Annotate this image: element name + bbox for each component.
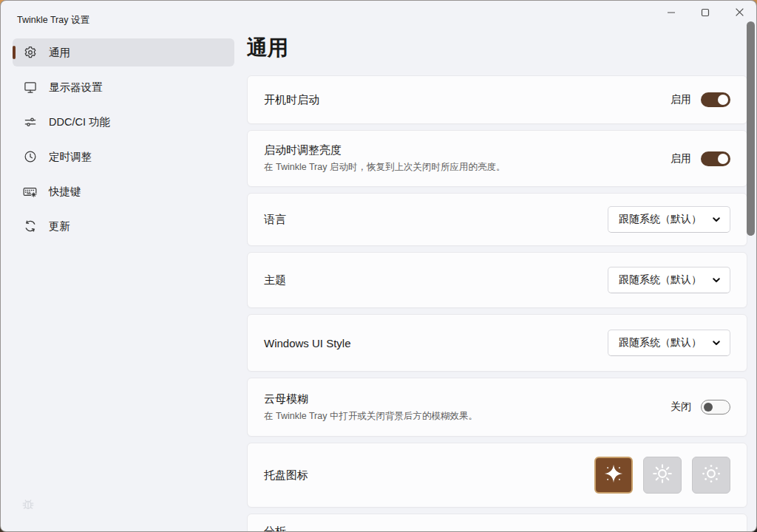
settings-window: Twinkle Tray 设置 xyxy=(0,0,757,532)
monitor-icon xyxy=(22,80,38,95)
chevron-down-icon xyxy=(712,338,721,347)
startup-brightness-row: 启动时调整亮度 在 Twinkle Tray 启动时，恢复到上次关闭时所应用的亮… xyxy=(247,130,747,187)
windows-ui-style-select[interactable]: 跟随系统（默认） xyxy=(608,330,730,356)
page-title: 通用 xyxy=(247,35,747,61)
sidebar-item-time-adjustments[interactable]: 定时调整 xyxy=(13,143,234,171)
toggle-knob xyxy=(704,403,713,412)
sun-dots-icon xyxy=(700,463,722,488)
setting-label: 云母模糊 xyxy=(264,392,671,406)
setting-label: 开机时启动 xyxy=(264,93,671,107)
close-icon xyxy=(735,7,744,20)
chevron-down-icon xyxy=(712,276,721,284)
refresh-icon xyxy=(22,219,38,234)
tray-icon-picker xyxy=(594,457,730,494)
tray-icon-row: 托盘图标 xyxy=(247,443,747,508)
sun-rays-icon xyxy=(651,463,673,488)
select-value: 跟随系统（默认） xyxy=(619,273,702,287)
toggle-state-label: 启用 xyxy=(671,152,691,166)
selected-indicator xyxy=(13,46,16,59)
mica-blur-row: 云母模糊 在 Twinkle Tray 中打开或关闭背景后方的模糊效果。 关闭 xyxy=(247,378,747,437)
vertical-scrollbar[interactable] xyxy=(747,21,755,236)
sidebar-item-label: DDC/CI 功能 xyxy=(49,115,110,129)
sidebar-item-updates[interactable]: 更新 xyxy=(13,212,234,240)
select-value: 跟随系统（默认） xyxy=(619,213,702,226)
toggle-knob xyxy=(718,154,728,164)
main-content: 通用 开机时启动 启用 启动时调整亮度 在 Twinkle Tray 启动时，恢… xyxy=(247,30,747,532)
sidebar-item-label: 定时调整 xyxy=(49,150,92,164)
sidebar-item-hotkeys[interactable]: 快捷键 xyxy=(13,177,234,205)
theme-row: 主题 跟随系统（默认） xyxy=(247,252,747,308)
analytics-row: 分析 xyxy=(247,514,747,532)
maximize-icon xyxy=(701,7,710,20)
launch-at-startup-toggle[interactable] xyxy=(701,92,730,107)
mica-blur-toggle[interactable] xyxy=(701,400,730,415)
chevron-down-icon xyxy=(712,215,721,224)
theme-select[interactable]: 跟随系统（默认） xyxy=(608,267,730,293)
language-select[interactable]: 跟随系统（默认） xyxy=(608,206,730,233)
startup-brightness-toggle[interactable] xyxy=(701,151,730,166)
window-controls xyxy=(654,1,756,26)
sidebar-item-label: 快捷键 xyxy=(49,185,81,199)
sidebar-item-label: 更新 xyxy=(49,219,70,233)
setting-label: 语言 xyxy=(264,213,608,227)
setting-label: 主题 xyxy=(264,273,608,287)
window-title: Twinkle Tray 设置 xyxy=(17,14,89,27)
sidebar-item-monitor-settings[interactable]: 显示器设置 xyxy=(13,73,234,101)
sidebar: 通用 显示器设置 DDC/CI 功能 xyxy=(13,38,234,247)
setting-label: 分析 xyxy=(264,525,730,532)
sidebar-item-label: 显示器设置 xyxy=(49,81,103,95)
toggle-state-label: 启用 xyxy=(671,93,691,106)
clock-icon xyxy=(22,149,38,165)
toggle-state-label: 关闭 xyxy=(671,400,691,414)
setting-description: 在 Twinkle Tray 启动时，恢复到上次关闭时所应用的亮度。 xyxy=(264,161,671,174)
setting-label: Windows UI Style xyxy=(264,337,608,349)
tray-icon-option-star[interactable] xyxy=(594,457,633,494)
select-value: 跟随系统（默认） xyxy=(619,336,702,349)
tray-icon-option-sun-rays[interactable] xyxy=(643,457,682,494)
sliders-icon xyxy=(22,115,38,130)
minimize-button[interactable] xyxy=(654,1,688,26)
gear-icon xyxy=(22,45,38,61)
sidebar-item-general[interactable]: 通用 xyxy=(13,38,234,66)
minimize-icon xyxy=(667,7,676,20)
launch-at-startup-row: 开机时启动 启用 xyxy=(247,75,747,124)
tray-icon-option-sun-dots[interactable] xyxy=(692,457,730,494)
debug-bug-icon[interactable] xyxy=(20,496,36,515)
twinkle-star-icon xyxy=(603,463,624,487)
language-row: 语言 跟随系统（默认） xyxy=(247,193,747,246)
windows-ui-style-row: Windows UI Style 跟随系统（默认） xyxy=(247,314,747,372)
sidebar-item-ddcci[interactable]: DDC/CI 功能 xyxy=(13,108,234,136)
setting-label: 启动时调整亮度 xyxy=(264,143,671,157)
toggle-knob xyxy=(718,95,728,105)
setting-label: 托盘图标 xyxy=(264,468,594,482)
setting-description: 在 Twinkle Tray 中打开或关闭背景后方的模糊效果。 xyxy=(264,410,671,423)
keyboard-gear-icon xyxy=(22,184,38,200)
titlebar: Twinkle Tray 设置 xyxy=(1,1,756,27)
sidebar-item-label: 通用 xyxy=(49,46,70,60)
maximize-button[interactable] xyxy=(688,1,722,26)
